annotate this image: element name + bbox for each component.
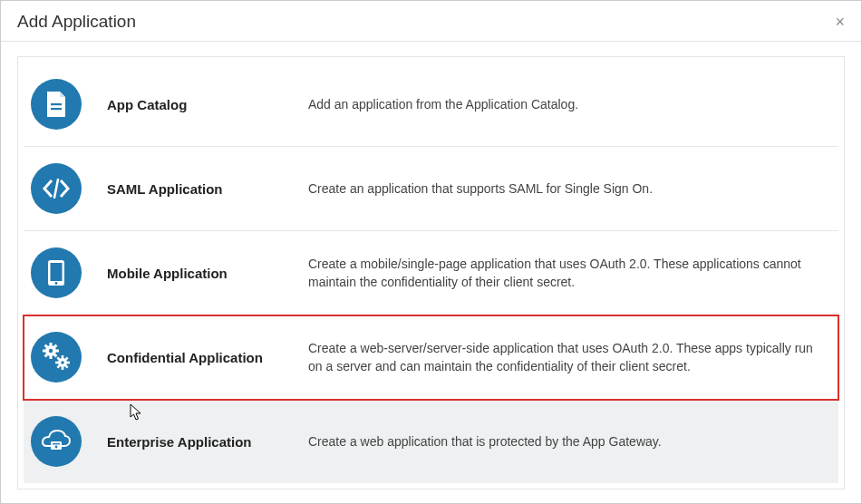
svg-point-4 [55,282,58,285]
dialog-title: Add Application [17,12,136,32]
option-label: Enterprise Application [107,434,251,450]
svg-rect-17 [62,367,64,371]
option-label: App Catalog [107,97,187,112]
option-description: Create a web-server/server-side applicat… [308,339,828,376]
option-description: Create an application that supports SAML… [308,179,828,198]
dialog-header: Add Application × [1,1,861,42]
svg-rect-8 [43,350,46,353]
svg-rect-26 [53,443,60,444]
option-description: Create a web application that is protect… [308,432,828,451]
option-app-catalog[interactable]: App Catalog Add an application from the … [24,63,838,147]
tablet-icon [31,247,82,298]
option-mobile-application[interactable]: Mobile Application Create a mobile/singl… [24,231,838,315]
option-label: Confidential Application [107,350,263,365]
option-label-col: App Catalog [100,97,308,112]
svg-rect-3 [51,263,63,281]
svg-rect-6 [50,343,53,346]
option-confidential-application[interactable]: Confidential Application Create a web-se… [24,315,838,400]
document-icon [31,79,82,130]
svg-rect-25 [51,441,62,450]
svg-rect-7 [50,355,53,359]
option-label: SAML Application [107,181,223,197]
svg-rect-0 [51,103,62,105]
gears-icon [31,332,82,383]
close-icon[interactable]: × [831,12,848,32]
add-application-dialog: Add Application × App Catalog Add an app… [0,0,862,504]
dialog-content: App Catalog Add an application from the … [1,42,861,504]
option-label-col: SAML Application [100,181,308,197]
option-label-col: Confidential Application [100,350,308,365]
option-enterprise-application[interactable]: Enterprise Application Create a web appl… [24,400,838,483]
svg-point-24 [61,361,64,364]
svg-rect-16 [62,355,64,359]
option-label-col: Mobile Application [100,266,308,281]
cloud-icon [31,416,82,467]
option-description: Add an application from the Application … [308,95,828,113]
option-saml-application[interactable]: SAML Application Create an application t… [24,147,838,231]
svg-rect-1 [51,108,62,110]
svg-point-14 [49,349,53,353]
svg-rect-19 [67,362,71,364]
svg-rect-18 [55,362,59,364]
option-label: Mobile Application [107,266,228,281]
code-icon [31,163,82,214]
svg-point-27 [55,446,58,449]
option-description: Create a mobile/single-page application … [308,255,828,292]
svg-rect-9 [55,350,59,353]
options-panel: App Catalog Add an application from the … [17,56,845,489]
option-label-col: Enterprise Application [100,434,308,450]
